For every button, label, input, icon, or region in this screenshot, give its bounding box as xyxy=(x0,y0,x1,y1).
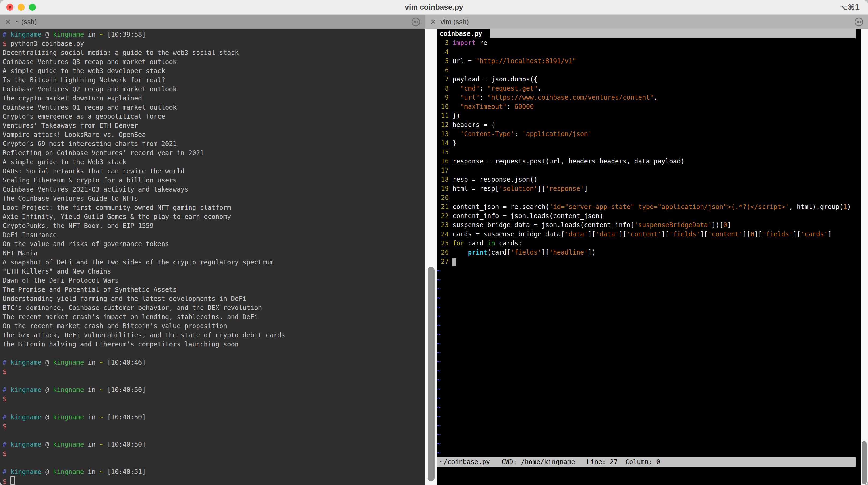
terminal-line: DAOs: Social networks that can rewire th… xyxy=(3,167,425,176)
pane-menu-icon[interactable] xyxy=(411,18,420,26)
vim-line-number: 3 xyxy=(437,38,449,48)
terminal-line: Coinbase Ventures Q2 recap and market ou… xyxy=(3,85,425,94)
terminal-line: The crypto market downturn explained xyxy=(3,94,425,103)
vim-line: 22content_info = json.loads(content_json… xyxy=(437,211,861,221)
vim-line-number: 20 xyxy=(437,193,449,202)
terminal-line: # kingname @ kingname in ~ [10:40:50] xyxy=(3,385,425,394)
vim-line-number: 18 xyxy=(437,175,449,184)
terminal-line: Axie Infinity, Yield Guild Games & the p… xyxy=(3,212,425,221)
vim-line: 20 xyxy=(437,193,861,202)
close-pane-icon[interactable]: ✕ xyxy=(430,18,436,26)
terminal-line: # kingname @ kingname in ~ [10:39:58] xyxy=(3,30,425,39)
minimize-window-button[interactable] xyxy=(18,4,25,11)
vim-tilde-line: ~ xyxy=(437,293,861,303)
vim-line: 15 xyxy=(437,148,861,157)
close-pane-icon[interactable]: ✕ xyxy=(5,18,11,26)
vim-line: 16response = requests.post(url, headers=… xyxy=(437,157,861,166)
terminal-line: $ xyxy=(3,477,425,485)
vim-line: 25for card in cards: xyxy=(437,239,861,248)
terminal-line: The Coinbase Ventures Guide to NFTs xyxy=(3,194,425,203)
vim-line: 23suspense_bridge_data = json.loads(cont… xyxy=(437,221,861,230)
terminal-line: BTC's dominance, Coinbase customer behav… xyxy=(3,303,425,312)
vim-pane[interactable]: coinbase.py 3import re45url = "http://lo… xyxy=(437,29,861,485)
terminal-line: # kingname @ kingname in ~ [10:40:46] xyxy=(3,358,425,367)
vim-tilde-line: ~ xyxy=(437,321,861,330)
terminal-line: # kingname @ kingname in ~ [10:40:51] xyxy=(3,467,425,477)
vim-tilde-line: ~ xyxy=(437,357,861,366)
terminal-line: Decentralizing social media: a guide to … xyxy=(3,48,425,57)
vim-tilde-line: ~ xyxy=(437,421,861,430)
terminal-scrollbar-thumb[interactable] xyxy=(428,267,435,481)
vim-buffer: 3import re45url = "http://localhost:8191… xyxy=(437,38,861,266)
close-window-button[interactable] xyxy=(6,4,13,11)
terminal-line: Loot Project: the first community owned … xyxy=(3,203,425,212)
vim-cursor xyxy=(453,258,457,266)
vim-line-number: 6 xyxy=(437,66,449,75)
terminal-line: Understanding yield farming and the late… xyxy=(3,294,425,303)
vim-tilde-line: ~ xyxy=(437,439,861,448)
vim-line-number: 17 xyxy=(437,166,449,175)
terminal-line: # kingname @ kingname in ~ [10:40:50] xyxy=(3,412,425,422)
terminal-line: $ xyxy=(3,367,425,376)
vim-tilde-line: ~ xyxy=(437,275,861,284)
terminal-line: NFT Mania xyxy=(3,249,425,258)
terminal-line xyxy=(3,376,425,385)
vim-scrollbar-track[interactable] xyxy=(861,29,868,485)
vim-tilde-line: ~ xyxy=(437,303,861,312)
vim-line-number: 11 xyxy=(437,111,449,120)
vim-tilde-line: ~ xyxy=(437,384,861,394)
terminal-line: Scaling Ethereum & crypto for a billion … xyxy=(3,176,425,185)
vim-line-number: 23 xyxy=(437,221,449,230)
vim-tilde-line: ~ xyxy=(437,348,861,357)
vim-line-number: 14 xyxy=(437,139,449,148)
terminal-line: # kingname @ kingname in ~ [10:40:50] xyxy=(3,440,425,449)
vim-line-number: 9 xyxy=(437,93,449,102)
pane-menu-icon[interactable] xyxy=(855,18,863,26)
iterm2-window: vim coinbase.py ⌥⌘1 ✕ ~ (ssh) ✕ vim (ssh… xyxy=(0,0,868,485)
vim-line-number: 26 xyxy=(437,248,449,257)
vim-line: 7payload = json.dumps({ xyxy=(437,75,861,84)
terminal-line: Is the Bitcoin Lightning Network for rea… xyxy=(3,76,425,85)
terminal-line: The Bitcoin halving and Ethereum’s compe… xyxy=(3,340,425,349)
vim-line: 27 xyxy=(437,257,861,266)
vim-tabline: coinbase.py xyxy=(437,29,856,38)
terminal-line: On the recent market crash and Bitcoin's… xyxy=(3,321,425,331)
vim-line: 18resp = response.json() xyxy=(437,175,861,184)
terminal-line: A simple guide to the Web3 stack xyxy=(3,158,425,167)
terminal-line xyxy=(3,349,425,358)
vim-scrollbar-thumb[interactable] xyxy=(862,441,867,484)
terminal-line: $ python3 coinbase.py xyxy=(3,39,425,48)
vim-tilde-line: ~ xyxy=(437,312,861,321)
vim-line-number: 7 xyxy=(437,75,449,84)
terminal-scrollbar-track[interactable] xyxy=(425,29,437,485)
pane-tab-vim[interactable]: ✕ vim (ssh) xyxy=(425,15,868,29)
terminal-line: Vampire attack! LooksRare vs. OpenSea xyxy=(3,130,425,139)
tab-shortcut-indicator: ⌥⌘1 xyxy=(839,0,860,15)
vim-tab-coinbase[interactable]: coinbase.py xyxy=(437,29,490,38)
pane-tab-ssh[interactable]: ✕ ~ (ssh) xyxy=(0,15,425,29)
vim-line: 26 print(card['fields']['headline']) xyxy=(437,248,861,257)
window-titlebar: vim coinbase.py ⌥⌘1 xyxy=(0,0,868,15)
terminal-pane[interactable]: # kingname @ kingname in ~ [10:39:58]$ p… xyxy=(0,29,425,485)
vim-line-number: 5 xyxy=(437,57,449,66)
terminal-line: Coinbase Ventures Q1 recap and market ou… xyxy=(3,103,425,112)
window-title: vim coinbase.py xyxy=(0,3,868,11)
pane-tab-label: vim (ssh) xyxy=(440,18,468,26)
terminal-line: Reflecting on Coinbase Ventures’ record … xyxy=(3,148,425,158)
vim-line-number: 4 xyxy=(437,48,449,57)
vim-line-number: 13 xyxy=(437,130,449,139)
terminal-line: $ xyxy=(3,449,425,458)
terminal-line: Crypto’s emergence as a geopolitical for… xyxy=(3,112,425,121)
vim-line-number: 24 xyxy=(437,230,449,239)
vim-line: 3import re xyxy=(437,38,861,48)
vim-line: 24cards = suspense_bridge_data['data']['… xyxy=(437,230,861,239)
vim-line-number: 25 xyxy=(437,239,449,248)
terminal-line: Crypto’s 69 most interesting charts from… xyxy=(3,139,425,148)
vim-tilde-line: ~ xyxy=(437,394,861,403)
vim-tabline-fill xyxy=(490,29,856,38)
terminal-line: On the value and risks of governance tok… xyxy=(3,239,425,249)
vim-line-number: 12 xyxy=(437,120,449,130)
terminal-line: CryptoPunks, the NFT Boom, and EIP-1559 xyxy=(3,221,425,230)
zoom-window-button[interactable] xyxy=(29,4,36,11)
terminal-line: $ xyxy=(3,422,425,431)
